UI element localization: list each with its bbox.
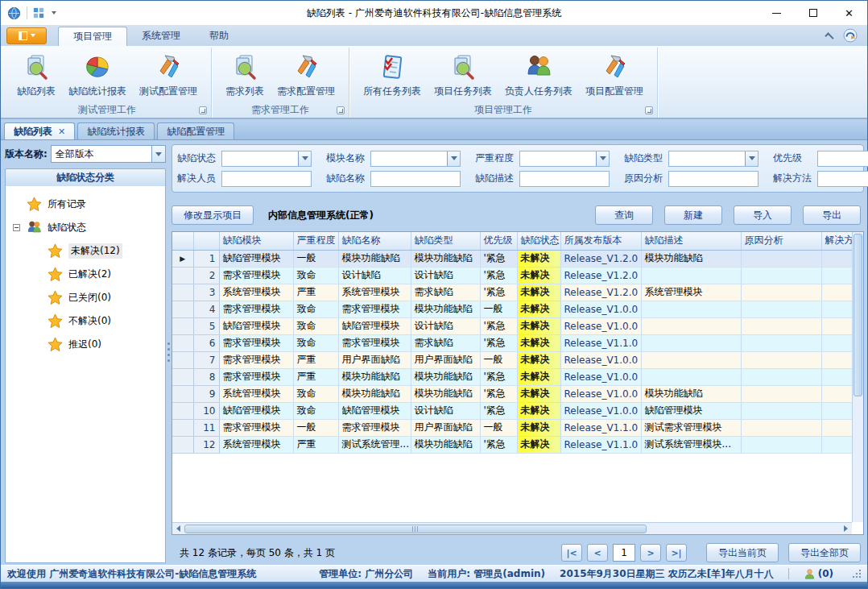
table-row[interactable]: 11需求管理模块一般需求管理模块用户界面缺陷一般未解决Release_V1.1.… xyxy=(172,419,852,436)
cell-module[interactable]: 缺陷管理模块 xyxy=(219,402,293,419)
cell-status[interactable]: 未解决 xyxy=(517,250,560,267)
cell-module[interactable]: 需求管理模块 xyxy=(219,419,293,436)
cell-module[interactable]: 系统管理模块 xyxy=(219,385,293,402)
horizontal-scroll-thumb[interactable] xyxy=(184,525,647,533)
table-row[interactable]: 5缺陷管理模块致命缺陷管理模块设计缺陷'紧急未解决Release_V1.0.0 xyxy=(172,317,852,334)
resolver-filter[interactable] xyxy=(221,171,312,187)
tree-item-all-records[interactable]: 所有记录 xyxy=(6,193,165,216)
cell-cause[interactable] xyxy=(741,267,821,284)
row-number[interactable]: 3 xyxy=(193,284,219,301)
cell-solution[interactable] xyxy=(821,436,852,453)
cell-name[interactable]: 需求管理模块 xyxy=(338,301,411,317)
column-header-status[interactable]: 缺陷状态 xyxy=(517,232,560,250)
cell-priority[interactable]: '紧急 xyxy=(480,436,517,453)
table-row[interactable]: 8需求管理模块严重模块功能缺陷模块功能缺陷'紧急未解决Release_V1.0.… xyxy=(172,368,852,385)
cell-type[interactable]: 设计缺陷 xyxy=(411,402,480,419)
cell-name[interactable]: 模块功能缺陷 xyxy=(338,250,411,267)
table-row[interactable]: 6需求管理模块致命需求管理模块需求缺陷'紧急未解决Release_V1.1.0 xyxy=(172,334,852,351)
minimize-button[interactable] xyxy=(758,2,795,25)
cell-severity[interactable]: 严重 xyxy=(293,351,338,368)
cell-solution[interactable] xyxy=(821,385,852,402)
about-help-icon[interactable] xyxy=(843,28,858,43)
cell-module[interactable]: 需求管理模块 xyxy=(219,368,293,385)
row-indicator[interactable] xyxy=(172,419,193,436)
cell-solution[interactable] xyxy=(821,317,852,334)
scroll-right-arrow-icon[interactable] xyxy=(840,523,852,534)
row-number[interactable]: 4 xyxy=(193,301,219,317)
cell-name[interactable]: 缺陷管理模块 xyxy=(338,402,411,419)
cell-priority[interactable]: '紧急 xyxy=(480,334,517,351)
priority-filter[interactable] xyxy=(817,151,868,167)
cell-version[interactable]: Release_V1.2.0 xyxy=(560,284,641,301)
column-header-version[interactable]: 所属发布版本 xyxy=(560,232,641,250)
cell-module[interactable]: 需求管理模块 xyxy=(219,334,293,351)
row-number[interactable]: 6 xyxy=(193,334,219,351)
row-number[interactable]: 5 xyxy=(193,317,219,334)
row-number[interactable]: 9 xyxy=(193,385,219,402)
defect-stats-button[interactable]: 缺陷统计报表 xyxy=(62,50,133,102)
dropdown-button[interactable] xyxy=(596,151,609,166)
row-indicator[interactable] xyxy=(172,436,193,453)
table-row[interactable]: ▶1缺陷管理模块一般模块功能缺陷模块功能缺陷'紧急未解决Release_V1.2… xyxy=(172,250,852,267)
cell-version[interactable]: Release_V1.0.0 xyxy=(560,317,641,334)
cell-severity[interactable]: 严重 xyxy=(293,436,338,453)
table-row[interactable]: 7需求管理模块严重用户界面缺陷用户界面缺陷一般未解决Release_V1.0.0 xyxy=(172,351,852,368)
vertical-scroll-thumb[interactable] xyxy=(854,234,862,396)
tree-item-closed[interactable]: 已关闭(0) xyxy=(6,286,165,309)
dialog-launcher-icon[interactable] xyxy=(199,106,207,114)
row-number[interactable]: 8 xyxy=(193,368,219,385)
cell-solution[interactable] xyxy=(821,419,852,436)
cell-description[interactable] xyxy=(641,368,741,385)
export-current-page-button[interactable]: 导出当前页 xyxy=(706,543,779,562)
cell-status[interactable]: 未解决 xyxy=(517,385,560,402)
cell-name[interactable]: 系统管理模块 xyxy=(338,284,411,301)
cell-severity[interactable]: 致命 xyxy=(293,402,338,419)
cell-status[interactable]: 未解决 xyxy=(517,317,560,334)
cell-status[interactable]: 未解决 xyxy=(517,284,560,301)
cell-description[interactable]: 模块功能缺陷 xyxy=(641,385,741,402)
cell-severity[interactable]: 致命 xyxy=(293,317,338,334)
solution-filter[interactable] xyxy=(817,171,868,187)
cell-severity[interactable]: 致命 xyxy=(293,267,338,284)
cell-status[interactable]: 未解决 xyxy=(517,436,560,453)
cell-severity[interactable]: 致命 xyxy=(293,301,338,317)
cell-description[interactable]: 模块功能缺陷 xyxy=(641,250,741,267)
cell-version[interactable]: Release_V1.0.0 xyxy=(560,385,641,402)
cell-module[interactable]: 缺陷管理模块 xyxy=(219,317,293,334)
cell-version[interactable]: Release_V1.1.0 xyxy=(560,436,641,453)
row-indicator[interactable] xyxy=(172,317,193,334)
cell-module[interactable]: 缺陷管理模块 xyxy=(219,250,293,267)
cell-severity[interactable]: 严重 xyxy=(293,284,338,301)
row-indicator[interactable] xyxy=(172,385,193,402)
defect-type-filter[interactable] xyxy=(668,151,758,167)
table-row[interactable]: 2需求管理模块致命设计缺陷设计缺陷'紧急未解决Release_V1.2.0 xyxy=(172,267,852,284)
scroll-left-arrow-icon[interactable] xyxy=(172,523,184,534)
test-config-button[interactable]: 测试配置管理 xyxy=(133,50,204,102)
dropdown-button[interactable] xyxy=(298,151,311,166)
cell-type[interactable]: 需求缺陷 xyxy=(411,334,480,351)
cell-type[interactable]: 模块功能缺陷 xyxy=(411,301,480,317)
cell-name[interactable]: 测试系统管理... xyxy=(338,436,411,453)
row-indicator[interactable] xyxy=(172,284,193,301)
cell-priority[interactable]: '紧急 xyxy=(480,385,517,402)
cell-solution[interactable] xyxy=(821,334,852,351)
cell-solution[interactable] xyxy=(821,267,852,284)
cell-version[interactable]: Release_V1.0.0 xyxy=(560,368,641,385)
cell-status[interactable]: 未解决 xyxy=(517,267,560,284)
cell-priority[interactable]: '紧急 xyxy=(480,250,517,267)
row-indicator[interactable] xyxy=(172,301,193,317)
cell-cause[interactable] xyxy=(741,250,821,267)
cell-type[interactable]: 用户界面缺陷 xyxy=(411,419,480,436)
module-name-filter[interactable] xyxy=(370,151,461,167)
cell-severity[interactable]: 致命 xyxy=(293,385,338,402)
cell-version[interactable]: Release_V1.0.0 xyxy=(560,351,641,368)
tree-item-postponed[interactable]: 推迟(0) xyxy=(6,333,165,356)
all-tasks-button[interactable]: 所有任务列表 xyxy=(357,50,428,102)
collapse-node-icon[interactable] xyxy=(13,224,20,231)
app-menu-button[interactable] xyxy=(6,27,47,44)
cell-version[interactable]: Release_V1.1.0 xyxy=(560,334,641,351)
collapse-ribbon-icon[interactable] xyxy=(825,32,833,41)
layout-grid-icon[interactable] xyxy=(33,7,44,19)
cell-priority[interactable]: '紧急 xyxy=(480,402,517,419)
last-page-button[interactable]: >| xyxy=(666,544,687,562)
